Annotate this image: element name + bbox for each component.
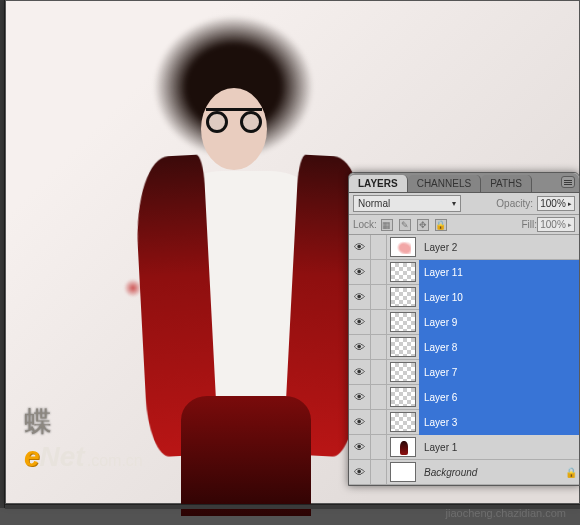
layer-name[interactable]: Layer 3 — [419, 410, 579, 435]
subject-figure — [146, 16, 356, 496]
butterfly-icon: 蝶 — [24, 403, 143, 441]
layer-row[interactable]: 👁Layer 10 — [349, 285, 579, 310]
chevron-down-icon: ▾ — [452, 199, 456, 208]
visibility-eye-icon[interactable]: 👁 — [349, 460, 371, 485]
layer-thumbnail[interactable] — [390, 387, 416, 407]
enet-logo: eNet.com.cn — [24, 441, 143, 472]
lock-label: Lock: — [353, 219, 377, 230]
layer-name[interactable]: Layer 8 — [419, 335, 579, 360]
layer-thumbnail[interactable] — [390, 312, 416, 332]
layer-name[interactable]: Layer 10 — [419, 285, 579, 310]
visibility-eye-icon[interactable]: 👁 — [349, 385, 371, 410]
layers-list: 👁Layer 2👁Layer 11👁Layer 10👁Layer 9👁Layer… — [349, 235, 579, 485]
panel-menu-icon[interactable] — [561, 176, 575, 188]
visibility-eye-icon[interactable]: 👁 — [349, 310, 371, 335]
layer-thumbnail[interactable] — [390, 412, 416, 432]
link-column[interactable] — [371, 460, 387, 485]
layer-name[interactable]: Layer 11 — [419, 260, 579, 285]
lock-all-icon[interactable]: 🔒 — [435, 219, 447, 231]
fill-label: Fill: — [521, 219, 537, 230]
layer-name[interactable]: Background — [419, 460, 563, 485]
link-column[interactable] — [371, 235, 387, 260]
link-column[interactable] — [371, 335, 387, 360]
panel-tabs: LAYERS CHANNELS PATHS — [349, 173, 579, 193]
legs — [181, 396, 311, 516]
blend-opacity-row: Normal ▾ Opacity: 100%▸ — [349, 193, 579, 215]
lock-icon: 🔒 — [563, 467, 579, 478]
layer-thumbnail[interactable] — [390, 337, 416, 357]
lock-fill-row: Lock: ▦ ✎ ✥ 🔒 Fill: 100%▸ — [349, 215, 579, 235]
layer-row[interactable]: 👁Layer 2 — [349, 235, 579, 260]
layer-thumbnail[interactable] — [390, 287, 416, 307]
layer-row[interactable]: 👁Background🔒 — [349, 460, 579, 485]
link-column[interactable] — [371, 385, 387, 410]
layer-name[interactable]: Layer 7 — [419, 360, 579, 385]
chevron-right-icon: ▸ — [568, 200, 572, 208]
layer-name[interactable]: Layer 6 — [419, 385, 579, 410]
tab-channels[interactable]: CHANNELS — [408, 175, 481, 192]
lock-icons: ▦ ✎ ✥ 🔒 — [381, 219, 447, 231]
opacity-value: 100% — [540, 198, 566, 209]
layer-thumbnail[interactable] — [390, 262, 416, 282]
fill-value: 100% — [540, 219, 566, 230]
tab-layers[interactable]: LAYERS — [349, 175, 408, 192]
layer-name[interactable]: Layer 2 — [419, 235, 579, 260]
lock-pixels-icon[interactable]: ✎ — [399, 219, 411, 231]
layer-row[interactable]: 👁Layer 7 — [349, 360, 579, 385]
link-column[interactable] — [371, 410, 387, 435]
brand-domain: .com.cn — [87, 452, 143, 469]
layer-thumbnail[interactable] — [390, 437, 416, 457]
opacity-label: Opacity: — [496, 198, 533, 209]
glasses-icon — [206, 108, 262, 126]
lock-position-icon[interactable]: ✥ — [417, 219, 429, 231]
fill-field[interactable]: 100%▸ — [537, 217, 575, 232]
layer-row[interactable]: 👁Layer 8 — [349, 335, 579, 360]
layer-name[interactable]: Layer 1 — [419, 435, 579, 460]
visibility-eye-icon[interactable]: 👁 — [349, 335, 371, 360]
layer-row[interactable]: 👁Layer 3 — [349, 410, 579, 435]
visibility-eye-icon[interactable]: 👁 — [349, 410, 371, 435]
chevron-right-icon: ▸ — [568, 221, 572, 229]
layers-panel: LAYERS CHANNELS PATHS Normal ▾ Opacity: … — [348, 172, 580, 486]
brand-net: Net — [40, 441, 85, 472]
layer-row[interactable]: 👁Layer 1 — [349, 435, 579, 460]
layer-row[interactable]: 👁Layer 9 — [349, 310, 579, 335]
layer-thumbnail[interactable] — [390, 362, 416, 382]
layer-thumbnail[interactable] — [390, 462, 416, 482]
layer-name[interactable]: Layer 9 — [419, 310, 579, 335]
opacity-field[interactable]: 100%▸ — [537, 196, 575, 211]
link-column[interactable] — [371, 435, 387, 460]
visibility-eye-icon[interactable]: 👁 — [349, 260, 371, 285]
brand-e: e — [24, 441, 40, 472]
footer-credit: jiaocheng.chazidian.com — [446, 507, 566, 519]
watermark: 蝶 eNet.com.cn — [24, 403, 143, 473]
visibility-eye-icon[interactable]: 👁 — [349, 235, 371, 260]
blend-mode-select[interactable]: Normal ▾ — [353, 195, 461, 212]
link-column[interactable] — [371, 310, 387, 335]
tab-paths[interactable]: PATHS — [481, 175, 532, 192]
visibility-eye-icon[interactable]: 👁 — [349, 285, 371, 310]
link-column[interactable] — [371, 285, 387, 310]
link-column[interactable] — [371, 260, 387, 285]
blend-mode-value: Normal — [358, 198, 390, 209]
visibility-eye-icon[interactable]: 👁 — [349, 360, 371, 385]
layer-row[interactable]: 👁Layer 11 — [349, 260, 579, 285]
lock-transparent-icon[interactable]: ▦ — [381, 219, 393, 231]
link-column[interactable] — [371, 360, 387, 385]
visibility-eye-icon[interactable]: 👁 — [349, 435, 371, 460]
layer-thumbnail[interactable] — [390, 237, 416, 257]
layer-row[interactable]: 👁Layer 6 — [349, 385, 579, 410]
